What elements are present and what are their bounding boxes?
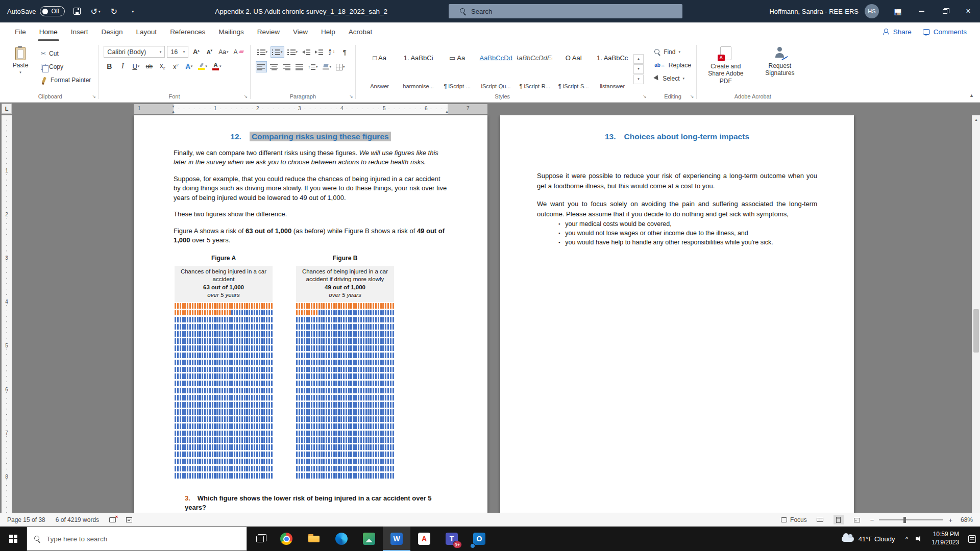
- style-tile[interactable]: AaBbCcDdEe¶ iScript-R...: [516, 46, 553, 92]
- sort-button[interactable]: AZ: [326, 46, 337, 58]
- focus-button[interactable]: Focus: [781, 516, 807, 523]
- cut-button[interactable]: ✂Cut: [39, 48, 93, 59]
- taskbar-search[interactable]: [27, 527, 247, 551]
- weather-widget[interactable]: 41°F Cloudy: [836, 535, 901, 543]
- zoom-out-button[interactable]: −: [870, 516, 874, 524]
- zoom-slider[interactable]: [879, 519, 943, 520]
- autosave-pill[interactable]: Off: [40, 6, 65, 16]
- taskbar-search-input[interactable]: [46, 535, 215, 543]
- menu-tab-mailings[interactable]: Mailings: [212, 22, 251, 41]
- menu-tab-help[interactable]: Help: [314, 22, 342, 41]
- display-settings-button[interactable]: [126, 517, 132, 522]
- dialog-launcher-icon[interactable]: ↘: [348, 93, 355, 99]
- shading-button[interactable]: ▾: [321, 61, 333, 72]
- comments-button[interactable]: Comments: [923, 28, 967, 36]
- styles-more-button[interactable]: ▾: [633, 74, 644, 84]
- taskbar-app-file-explorer[interactable]: [300, 527, 328, 551]
- request-signatures-button[interactable]: Request Signatures: [756, 46, 804, 92]
- task-view-button[interactable]: [247, 527, 273, 551]
- zoom-slider-thumb[interactable]: [903, 517, 906, 523]
- show-paragraph-marks-button[interactable]: ¶: [339, 46, 350, 58]
- scrollbar-thumb[interactable]: [973, 309, 979, 353]
- superscript-button[interactable]: x2: [170, 61, 181, 72]
- avatar[interactable]: HS: [865, 4, 879, 18]
- grow-font-button[interactable]: A▴: [190, 46, 202, 58]
- menu-tab-file[interactable]: File: [8, 22, 33, 41]
- borders-button[interactable]: ▾: [334, 61, 347, 72]
- taskbar-app-photos[interactable]: [355, 527, 383, 551]
- taskbar-app-outlook[interactable]: O: [465, 527, 493, 551]
- line-spacing-button[interactable]: ↕▾: [307, 61, 320, 72]
- change-case-button[interactable]: Aa▾: [217, 46, 230, 58]
- taskbar-app-word[interactable]: W: [383, 527, 410, 551]
- create-share-pdf-button[interactable]: A Create and Share Adobe PDF: [702, 46, 750, 92]
- share-button[interactable]: Share: [883, 28, 912, 36]
- customize-qat-button[interactable]: ▾: [126, 5, 138, 17]
- menu-tab-view[interactable]: View: [286, 22, 314, 41]
- clock[interactable]: 10:59 PM 1/19/2023: [930, 531, 961, 546]
- clear-formatting-button[interactable]: A: [232, 46, 245, 58]
- collapse-ribbon-button[interactable]: ▲: [969, 93, 974, 98]
- vertical-scrollbar[interactable]: ▲: [972, 115, 980, 513]
- font-size-select[interactable]: 16▾: [167, 46, 188, 58]
- v-ruler[interactable]: 12345678: [2, 115, 12, 513]
- highlight-color-button[interactable]: ▾: [197, 61, 209, 72]
- save-button[interactable]: [71, 5, 83, 17]
- bold-button[interactable]: B: [104, 61, 115, 72]
- zoom-level[interactable]: 68%: [961, 516, 973, 523]
- page-info[interactable]: Page 15 of 38: [7, 516, 45, 523]
- read-mode-button[interactable]: [815, 515, 825, 524]
- style-tile[interactable]: □ AaAnswer: [361, 46, 398, 92]
- menu-tab-home[interactable]: Home: [33, 22, 64, 41]
- proofing-errors-button[interactable]: [109, 517, 116, 522]
- hidden-icons-button[interactable]: ^: [905, 535, 909, 543]
- scroll-up-icon[interactable]: ▲: [972, 115, 980, 123]
- volume-icon[interactable]: [916, 536, 923, 542]
- zoom-in-button[interactable]: +: [948, 516, 952, 524]
- find-button[interactable]: Find▾: [654, 46, 691, 57]
- close-button[interactable]: ×: [957, 0, 980, 22]
- justify-button[interactable]: [294, 61, 305, 72]
- dialog-launcher-icon[interactable]: ↘: [689, 93, 696, 99]
- increase-indent-button[interactable]: [313, 46, 325, 58]
- undo-button[interactable]: ↺▾: [89, 5, 102, 17]
- bullets-button[interactable]: ▾: [256, 46, 270, 58]
- menu-tab-layout[interactable]: Layout: [130, 22, 164, 41]
- autosave-toggle[interactable]: AutoSave Off: [7, 6, 65, 16]
- menu-tab-references[interactable]: References: [163, 22, 212, 41]
- format-painter-button[interactable]: Format Painter: [39, 74, 93, 85]
- shrink-font-button[interactable]: A▾: [204, 46, 215, 58]
- copy-button[interactable]: Copy: [39, 61, 93, 72]
- dialog-launcher-icon[interactable]: ↘: [641, 93, 648, 99]
- redo-button[interactable]: ↻: [108, 5, 120, 17]
- underline-button[interactable]: U▾: [130, 61, 141, 72]
- text-effects-button[interactable]: A▾: [183, 61, 194, 72]
- styles-scroll-down-button[interactable]: ▾: [633, 64, 644, 74]
- align-right-button[interactable]: [281, 61, 292, 72]
- style-tile[interactable]: AaBbCcDdiScript-Qu...: [477, 46, 514, 92]
- replace-button[interactable]: ab↔Replace: [654, 60, 691, 70]
- action-center-icon[interactable]: [968, 535, 976, 543]
- menu-tab-design[interactable]: Design: [95, 22, 130, 41]
- strikethrough-button[interactable]: ab: [143, 61, 155, 72]
- tab-stop-selector[interactable]: L: [2, 104, 12, 114]
- h-ruler[interactable]: ▼ ▲ ▲ 11234567: [134, 104, 487, 114]
- web-layout-button[interactable]: [852, 515, 862, 524]
- menu-tab-review[interactable]: Review: [251, 22, 286, 41]
- menu-tab-insert[interactable]: Insert: [64, 22, 95, 41]
- taskbar-app-acrobat[interactable]: A: [410, 527, 438, 551]
- page-right[interactable]: 13.Choices about long-term impacts Suppo…: [500, 115, 854, 513]
- italic-button[interactable]: I: [117, 61, 128, 72]
- page-left[interactable]: 12.Comparing risks using these figures F…: [134, 115, 487, 513]
- taskbar-app-chrome[interactable]: [273, 527, 300, 551]
- ribbon-display-options-button[interactable]: ▦: [886, 0, 910, 22]
- style-tile[interactable]: 1. AaBbCiharmonise...: [400, 46, 437, 92]
- dialog-launcher-icon[interactable]: ↘: [242, 93, 250, 99]
- hanging-indent-marker[interactable]: ▲: [172, 110, 175, 113]
- minimize-button[interactable]: [910, 0, 933, 22]
- maximize-button[interactable]: [933, 0, 957, 22]
- first-line-indent-marker[interactable]: ▼: [172, 105, 175, 108]
- font-color-button[interactable]: A▾: [211, 61, 223, 72]
- styles-scroll-up-button[interactable]: ▴: [633, 54, 644, 64]
- multilevel-list-button[interactable]: ▾: [286, 46, 300, 58]
